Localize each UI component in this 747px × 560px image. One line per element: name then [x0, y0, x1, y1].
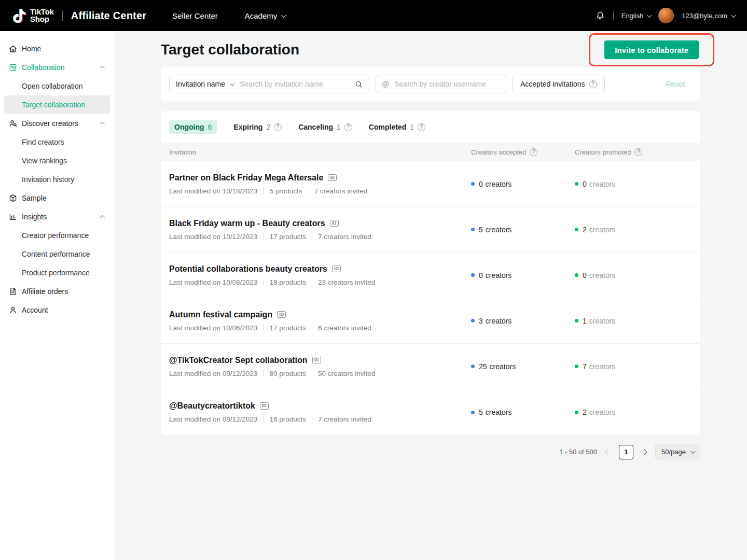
chevron-left-icon	[605, 449, 611, 455]
invitation-meta: Last modified on 10/06/2023 17 products …	[169, 324, 471, 332]
avatar[interactable]	[658, 8, 674, 23]
divider	[613, 11, 614, 20]
help-icon: ?	[589, 80, 597, 88]
tiktok-shop-logo[interactable]: TikTok Shop	[12, 8, 54, 23]
tab-expiring[interactable]: Expiring 2 ?	[233, 123, 282, 131]
language-select[interactable]: English	[621, 12, 651, 20]
sidebar-item-affiliate-orders[interactable]: Affiliate orders	[0, 282, 114, 301]
orders-document-icon	[8, 287, 18, 296]
account-menu[interactable]: 123@byte.com	[682, 12, 735, 20]
tab-label: Ongoing	[174, 123, 204, 131]
notifications-bell-icon[interactable]	[595, 10, 605, 21]
sidebar-item-target-collaboration[interactable]: Target collaboration	[4, 95, 110, 114]
status-tabs: Ongoing 6 Expiring 2 ? Canceling 1 ? Com…	[161, 111, 700, 143]
separator	[263, 416, 264, 423]
invitation-meta: Last modified on 09/12/2023 80 products …	[169, 370, 471, 377]
chevron-up-icon	[100, 215, 105, 220]
sidebar-item-invitation-history[interactable]: Invitation history	[4, 170, 110, 189]
help-icon[interactable]: ?	[418, 123, 425, 131]
sidebar-item-label: Find creators	[22, 138, 64, 146]
table-row[interactable]: @Beautycreatortiktok ID Last modified on…	[161, 389, 700, 435]
table-row[interactable]: Potential collaborations beauty creators…	[161, 253, 700, 298]
help-icon[interactable]: ?	[344, 123, 352, 131]
id-badge-icon: ID	[328, 174, 337, 181]
next-page-button[interactable]	[640, 448, 648, 456]
blue-dot-icon	[471, 182, 475, 186]
reset-button[interactable]: Reset	[666, 80, 692, 88]
sidebar-item-home[interactable]: Home	[0, 39, 114, 58]
sidebar-item-product-performance[interactable]: Product performance	[4, 263, 110, 282]
status-filter-label: Accepted invitations	[520, 80, 585, 88]
column-creators-promoted: Creators promoted ?	[575, 148, 692, 156]
creators-accepted-cell: 0creators	[471, 180, 575, 188]
previous-page-button[interactable]	[604, 448, 612, 456]
nav-seller-center[interactable]: Seller Center	[172, 11, 218, 20]
separator	[312, 233, 312, 240]
separator	[308, 188, 308, 194]
chevron-down-icon	[230, 81, 235, 86]
sidebar-item-label: Account	[22, 306, 105, 314]
sidebar-item-label: Open collaboration	[22, 82, 83, 90]
table-row[interactable]: Black Friday warm up - Beauty creators I…	[161, 207, 700, 253]
sidebar-item-label: Affiliate orders	[22, 287, 105, 296]
invitation-meta: Last modified on 10/08/2023 18 products …	[169, 278, 471, 286]
tab-ongoing[interactable]: Ongoing 6	[169, 120, 217, 134]
blue-dot-icon	[471, 228, 475, 231]
id-badge-icon: ID	[330, 220, 339, 227]
page-head: Target collaboration Invite to collabora…	[161, 33, 700, 66]
sidebar-item-view-rankings[interactable]: View rankings	[4, 151, 110, 170]
sidebar-item-insights[interactable]: Insights	[0, 207, 114, 226]
search-field-select[interactable]: Invitation name	[170, 75, 239, 93]
sidebar-item-sample[interactable]: Sample	[0, 189, 114, 207]
sidebar-item-find-creators[interactable]: Find creators	[4, 133, 110, 151]
invitation-name[interactable]: Autumn festival campaign	[169, 310, 272, 319]
page-size-label: 50/page	[661, 448, 686, 456]
help-icon[interactable]: ?	[634, 148, 642, 156]
annotation-highlight-box: Invite to collaborate	[589, 33, 714, 66]
invitation-search-input[interactable]	[239, 79, 349, 89]
invite-to-collaborate-button[interactable]: Invite to collaborate	[604, 40, 699, 59]
sidebar-item-open-collaboration[interactable]: Open collaboration	[4, 77, 110, 95]
table-row[interactable]: Autumn festival campaign ID Last modifie…	[161, 298, 700, 344]
nav-academy[interactable]: Academy	[245, 11, 285, 20]
help-icon[interactable]: ?	[530, 148, 537, 156]
main-content: Target collaboration Invite to collabora…	[114, 31, 747, 560]
id-badge-icon: ID	[277, 311, 286, 318]
invitation-meta: Last modified on 10/12/2023 17 products …	[169, 233, 471, 241]
invitation-name[interactable]: Partner on Black Friday Mega Aftersale	[169, 173, 323, 183]
creators-accepted-cell: 5creators	[471, 408, 575, 416]
creator-username-input[interactable]	[393, 79, 500, 89]
tab-count: 6	[208, 123, 212, 131]
chevron-down-icon	[281, 12, 286, 18]
current-page-button[interactable]: 1	[619, 445, 633, 459]
page-size-select[interactable]: 50/page	[655, 444, 700, 459]
separator	[263, 233, 264, 240]
sidebar-item-label: Home	[22, 45, 105, 53]
search-icon[interactable]	[349, 80, 369, 89]
invitation-name[interactable]: @Beautycreatortiktok	[169, 401, 255, 411]
sidebar-item-label: Sample	[22, 194, 105, 202]
creators-promoted-cell: 0creators	[575, 271, 692, 279]
topbar-left: TikTok Shop Affiliate Center Seller Cent…	[12, 8, 285, 23]
sidebar-item-discover-creators[interactable]: Discover creators	[0, 114, 114, 133]
table-row[interactable]: @TikTokCreator Sept collaboration ID Las…	[161, 344, 700, 389]
sidebar-item-account[interactable]: Account	[0, 301, 114, 319]
sidebar-item-content-performance[interactable]: Content performance	[4, 245, 110, 263]
invitation-name[interactable]: Black Friday warm up - Beauty creators	[169, 219, 325, 228]
green-dot-icon	[575, 411, 578, 414]
invitation-name[interactable]: Potential collaborations beauty creators	[169, 264, 327, 274]
invitation-cell: @Beautycreatortiktok ID Last modified on…	[169, 401, 471, 423]
sidebar-item-collaboration[interactable]: Collaboration	[0, 58, 114, 77]
help-icon[interactable]: ?	[274, 123, 282, 131]
table-header: Invitation Creators accepted ? Creators …	[161, 143, 700, 161]
table-row[interactable]: Partner on Black Friday Mega Aftersale I…	[161, 161, 700, 207]
invitations-card: Ongoing 6 Expiring 2 ? Canceling 1 ? Com…	[161, 111, 700, 435]
tab-canceling[interactable]: Canceling 1 ?	[298, 123, 352, 131]
tab-label: Completed	[369, 123, 406, 131]
tab-completed[interactable]: Completed 1 ?	[369, 123, 425, 131]
invitation-name[interactable]: @TikTokCreator Sept collaboration	[169, 356, 308, 365]
invitation-status-select[interactable]: Accepted invitations ?	[513, 75, 605, 93]
account-person-icon	[8, 305, 18, 315]
home-icon	[8, 44, 18, 53]
sidebar-item-creator-performance[interactable]: Creator performance	[4, 226, 110, 245]
